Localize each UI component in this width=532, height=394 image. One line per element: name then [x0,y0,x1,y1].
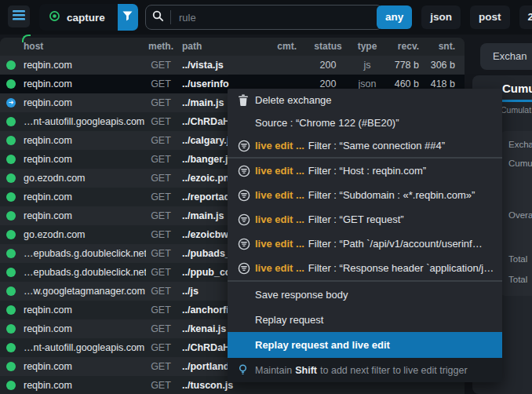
cell-meth: GET [148,282,174,301]
cell-meth: GET [148,150,174,169]
menu-item-label: Save response body [255,289,348,301]
stats-card: ExchaCumuOveraTotalTotal [501,131,532,296]
cell-meth: GET [148,338,174,357]
ok-status-icon [6,192,16,202]
menu-item-label: Source : “Chrome 122 (#BE20)” [255,117,399,129]
cell-host: reqbin.com [24,150,146,169]
ok-status-icon [6,230,16,239]
filter-chip-2XX[interactable]: 2XX [519,5,532,29]
ok-status-icon [6,286,16,296]
menu-tip: MaintainShiftto add next filter to live … [228,358,502,382]
filter-chip-json[interactable]: json [421,5,461,29]
ok-status-icon [6,249,16,258]
cumulative-tab[interactable]: Cumu [502,82,532,95]
ok-status-icon [6,381,16,390]
stat-label: Total [508,254,527,264]
filter-chip-any[interactable]: any [377,5,412,29]
cell-meth: GET [148,206,174,225]
column-header-method[interactable]: meth. [148,41,174,52]
menu-button[interactable] [8,5,30,27]
capture-button[interactable]: capture [39,4,118,31]
ok-status-icon [6,305,16,315]
live-edit-filter-icon [238,140,255,152]
menu-item-filter-host-reqbin-com[interactable]: live edit ...Filter : “Host : reqbin.com… [228,159,502,183]
menu-item-source-chrome-122-be20[interactable]: Source : “Chrome 122 (#BE20)” [228,111,502,134]
capture-filter-button[interactable] [118,4,138,31]
toolbar: capture anyjsonpost2XXerr [0,0,532,35]
column-header-status[interactable]: status [311,41,345,52]
menu-item-label: Replay request and live edit [255,339,390,351]
column-header-received[interactable]: recv. [381,41,419,52]
live-edit-filter-icon [238,238,255,250]
menu-item-filter-get-request[interactable]: live edit ...Filter : “GET request” [228,207,502,232]
capture-control: capture [39,4,138,31]
menu-item-filter-path-api-v1-account-userinf[interactable]: live edit ...Filter : “Path `/api/v1/acc… [228,232,502,256]
live-edit-label: live edit ... [255,189,304,201]
column-header-type[interactable]: type [350,41,384,52]
cell-type: js [350,56,384,75]
cell-host: reqbin.com [24,131,146,150]
menu-item-label: Filter : “Host : reqbin.com” [308,165,426,177]
column-header-host[interactable]: host [24,41,43,52]
cell-meth: GET [148,225,174,244]
rule-search-input[interactable] [177,11,376,24]
cell-host: reqbin.com [24,93,146,112]
cell-recv: 778 b [381,56,419,75]
exchange-tab[interactable]: Exchan [480,43,532,70]
ok-status-icon [6,136,16,145]
shift-key-label: Shift [295,365,317,376]
live-edit-filter-icon [238,262,255,275]
cell-host: …nt-autofill.googleapis.com [24,112,146,131]
menu-item-filter-subdomain-reqbin-com[interactable]: live edit ...Filter : “Subdomain : «*.re… [228,183,502,207]
cell-meth: GET [148,357,174,376]
cell-host: reqbin.com [24,56,146,75]
menu-item-filter-response-header-application-j[interactable]: live edit ...Filter : “Response header `… [228,256,502,280]
redirect-status-icon: ➜ [6,98,16,108]
funnel-icon [122,11,133,24]
menu-item-label: Replay request [255,314,323,326]
capture-button-label: capture [67,12,105,24]
column-header-comment[interactable]: cmt. [262,41,297,52]
bulb-icon [238,364,255,376]
table-row[interactable]: reqbin.comGET../vista.js200js778 b306 b [0,56,465,75]
column-header-sent[interactable]: snt. [424,41,455,52]
stat-label: Cumu [508,159,532,168]
filter-chips: anyjsonpost2XXerr [377,5,532,29]
cell-meth: GET [148,263,174,282]
menu-item-delete-exchange[interactable]: Delete exchange [228,89,502,111]
menu-item-replay-request[interactable]: Replay request [228,307,502,332]
menu-item-save-response-body[interactable]: Save response body [228,282,502,307]
trash-icon [238,94,255,106]
cell-status: 200 [311,56,345,75]
cell-host: …nt-autofill.googleapis.com [24,338,146,357]
filter-chip-post[interactable]: post [470,5,510,29]
cell-host: go.ezodn.com [24,169,146,188]
cell-host: reqbin.com [24,206,146,225]
cell-meth: GET [148,56,174,75]
stat-label: Excha [508,140,532,149]
menu-item-replay-request-and-live-edit[interactable]: Replay request and live edit [228,332,502,358]
rule-search-box [145,5,383,30]
ok-status-icon [6,324,16,334]
menu-item-label: Delete exchange [255,94,332,106]
ok-status-icon [6,211,16,221]
cell-meth: GET [148,131,174,150]
live-edit-filter-icon [238,213,255,226]
cell-meth: GET [148,93,174,112]
menu-item-label: Filter : “Subdomain : «*.reqbin.com»” [308,189,475,201]
context-menu: Delete exchangeSource : “Chrome 122 (#BE… [228,89,502,382]
cell-meth: GET [148,169,174,188]
ok-status-icon [6,117,16,126]
ok-status-icon [6,268,16,277]
http-capture-app: capture anyjsonpost2XXerr host meth. pat… [0,0,532,394]
menu-item-filter-same-connection-4[interactable]: live edit ...Filter : “Same connection #… [228,134,502,157]
cell-path: ../vista.js [182,56,300,75]
column-header-path[interactable]: path [182,41,202,52]
cell-meth: GET [148,188,174,206]
menu-item-label: Filter : “Path `/api/v1/account/userinf… [308,238,483,250]
live-edit-label: live edit ... [255,165,304,177]
ok-status-icon [6,362,16,371]
live-edit-label: live edit ... [255,140,304,151]
cell-host: reqbin.com [24,319,146,338]
cell-meth: GET [148,244,174,263]
